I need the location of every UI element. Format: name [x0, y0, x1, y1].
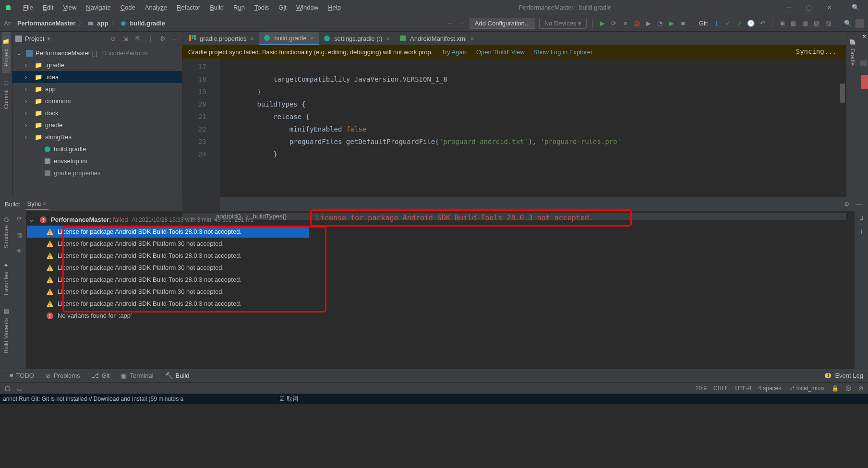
- search-icon[interactable]: 🔍: [852, 4, 858, 11]
- close-icon[interactable]: ×: [43, 200, 47, 207]
- build-warning-row[interactable]: !License for package Android SDK Platfor…: [27, 262, 309, 274]
- build-warning-row[interactable]: !License for package Android SDK Build-T…: [27, 226, 309, 238]
- lock-icon[interactable]: 🔒: [832, 385, 839, 392]
- tree-folder-commom[interactable]: ›📁commom: [12, 95, 182, 107]
- tree-folder-idea[interactable]: ›📁.idea: [12, 71, 182, 83]
- terminal-tab[interactable]: ▣ Terminal: [116, 371, 158, 380]
- restart-icon[interactable]: ⟳: [15, 215, 23, 222]
- project-tree[interactable]: ⌄ PerformanceMaster [:] D:\code\Perform …: [12, 46, 182, 197]
- build-hide-icon[interactable]: —: [856, 200, 863, 208]
- face-icon[interactable]: ☹: [845, 385, 852, 392]
- build-tab[interactable]: 🔨 Build: [160, 371, 194, 380]
- menu-git[interactable]: Git: [275, 3, 290, 12]
- layout-icon[interactable]: ▧: [813, 20, 820, 27]
- event-log-tab[interactable]: Event Log: [835, 372, 863, 379]
- tab-android-manifest[interactable]: AndroidManifest.xml×: [395, 32, 479, 45]
- file-encoding[interactable]: UTF-8: [735, 385, 751, 392]
- expand-all-icon[interactable]: ⇲: [121, 35, 129, 43]
- nav-fwd-icon[interactable]: →: [458, 20, 466, 27]
- apply-changes-icon[interactable]: ⟳: [610, 20, 618, 27]
- close-icon[interactable]: ×: [310, 35, 314, 42]
- avd-icon[interactable]: ▣: [778, 20, 786, 27]
- device-selector[interactable]: No Devices ▾: [539, 18, 587, 29]
- close-icon[interactable]: ×: [386, 35, 390, 42]
- build-warning-row[interactable]: !License for package Android SDK Build-T…: [27, 298, 309, 310]
- build-warning-row[interactable]: !License for package Android SDK Platfor…: [27, 238, 309, 250]
- resource-icon[interactable]: ▦: [801, 20, 809, 27]
- stop-icon[interactable]: ■: [679, 20, 687, 27]
- menu-code[interactable]: Code: [117, 3, 139, 12]
- tree-folder-dock[interactable]: ›📁dock: [12, 107, 182, 119]
- build-tree[interactable]: ⌄ ! PerformanceMaster: failed At 2021/10…: [26, 211, 310, 369]
- menu-edit[interactable]: Edit: [39, 3, 57, 12]
- search-everywhere-icon[interactable]: 🔍: [844, 20, 852, 27]
- tree-folder-app[interactable]: ›📁app: [12, 83, 182, 95]
- git-rollback-icon[interactable]: ↶: [759, 20, 766, 27]
- tree-root[interactable]: ⌄ PerformanceMaster [:] D:\code\Perform: [12, 47, 182, 59]
- close-button[interactable]: ✕: [826, 4, 832, 11]
- scroll-end-icon[interactable]: ⤓: [857, 228, 865, 236]
- eye-icon[interactable]: 👁: [15, 247, 23, 255]
- settings-icon[interactable]: ⚙: [159, 35, 167, 43]
- fold-gutter[interactable]: [210, 59, 220, 212]
- hide-panel-icon[interactable]: —: [171, 35, 179, 43]
- build-warning-row[interactable]: !License for package Android SDK Build-T…: [27, 274, 309, 286]
- menu-refactor[interactable]: Refactor: [173, 3, 204, 12]
- git-update-icon[interactable]: ⤓: [712, 20, 720, 27]
- gradle-tool-tab[interactable]: 🐘Gradle: [848, 32, 857, 72]
- crumb-root[interactable]: PerformanceMaster: [17, 20, 75, 27]
- menu-window[interactable]: Window: [292, 3, 322, 12]
- build-root-row[interactable]: ⌄ ! PerformanceMaster: failed At 2021/10…: [27, 214, 309, 226]
- tree-folder-stringres[interactable]: ›📁stringRes: [12, 131, 182, 143]
- favorites-tool-tab[interactable]: Favorites★: [2, 255, 11, 302]
- code-editor[interactable]: 1718192021222324 targetCompatibility Jav…: [182, 59, 846, 212]
- close-icon[interactable]: ×: [251, 35, 254, 42]
- git-history-icon[interactable]: 🕑: [747, 20, 755, 27]
- git-tab[interactable]: ⎇ Git: [87, 371, 115, 380]
- sync-tab[interactable]: Sync ×: [25, 199, 48, 210]
- tree-file-envsetup[interactable]: envsetup.ini: [12, 155, 182, 167]
- tree-folder-gradle[interactable]: ›📁gradle: [12, 119, 182, 131]
- coverage-icon[interactable]: ▶: [645, 20, 652, 27]
- caret-position[interactable]: 20:9: [696, 385, 707, 392]
- run-icon[interactable]: ▶: [599, 20, 606, 27]
- line-separator[interactable]: CRLF: [713, 385, 728, 392]
- build-warning-row[interactable]: !License for package Android SDK Platfor…: [27, 286, 309, 298]
- tree-file-build-gradle[interactable]: build.gradle: [12, 143, 182, 155]
- editor-scrollbar[interactable]: [840, 84, 845, 103]
- sync-icon[interactable]: ▨: [824, 20, 832, 27]
- project-tool-tab[interactable]: Project📁: [2, 32, 11, 73]
- minimize-button[interactable]: ─: [785, 4, 792, 11]
- error-marker[interactable]: [861, 75, 868, 89]
- menu-build[interactable]: Build: [206, 3, 228, 12]
- profile-avatar-icon[interactable]: [856, 19, 864, 28]
- menu-run[interactable]: Run: [229, 3, 249, 12]
- menu-view[interactable]: View: [59, 3, 80, 12]
- project-view-selector[interactable]: Project ▾: [15, 35, 106, 42]
- menu-tools[interactable]: Tools: [251, 3, 273, 12]
- build-warning-row[interactable]: !License for package Android SDK Build-T…: [27, 250, 309, 262]
- attach-icon[interactable]: ▶: [668, 20, 675, 27]
- soft-wrap-icon[interactable]: ↲: [857, 215, 865, 222]
- git-branch[interactable]: ⎇ local_miuix: [788, 385, 825, 392]
- tab-gradle-properties[interactable]: gradle.properties×: [184, 32, 259, 45]
- indent-setting[interactable]: 4 spaces: [758, 385, 781, 392]
- close-icon[interactable]: ×: [470, 35, 474, 42]
- add-configuration-button[interactable]: Add Configuration...: [470, 18, 535, 29]
- todo-tab[interactable]: ≡ TODO: [5, 371, 39, 380]
- menu-analyze[interactable]: Analyze: [141, 3, 171, 12]
- git-commit-icon[interactable]: ✓: [724, 20, 732, 27]
- menu-navigate[interactable]: Navigate: [82, 3, 114, 12]
- structure-tool-tab[interactable]: Structure⌬: [2, 211, 11, 255]
- status-toggle-icon[interactable]: ▢: [5, 385, 10, 392]
- status-processes-icon[interactable]: ◡: [17, 385, 22, 392]
- apply-code-icon[interactable]: ≡: [622, 20, 629, 27]
- sdk-icon[interactable]: ▥: [790, 20, 797, 27]
- collapse-all-icon[interactable]: ⇱: [134, 35, 142, 43]
- nav-back-icon[interactable]: ←: [446, 20, 454, 27]
- git-push-icon[interactable]: ↗: [735, 20, 743, 27]
- debug-icon[interactable]: 🐞: [633, 20, 641, 27]
- maximize-button[interactable]: ▢: [806, 4, 812, 11]
- problems-tab[interactable]: ⊘ Problems: [41, 371, 85, 380]
- build-error-row[interactable]: ! No variants found for ':app': [27, 310, 309, 322]
